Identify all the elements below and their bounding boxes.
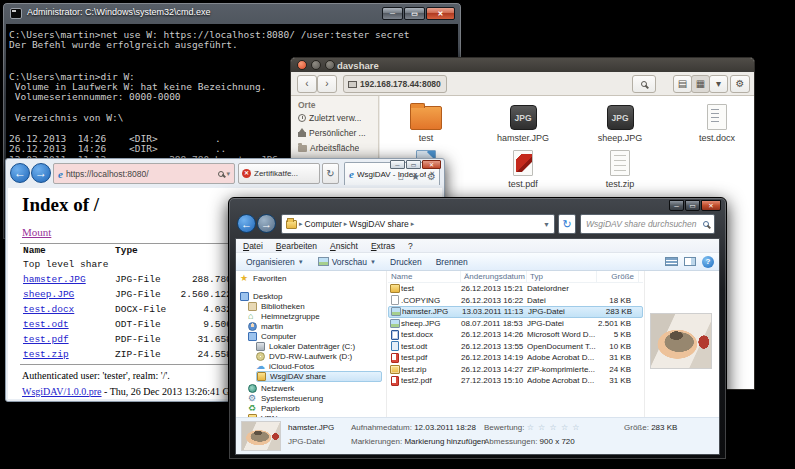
file-item-test-pdf[interactable]: test.pdf — [477, 148, 569, 189]
wsgidav-version-link[interactable]: WsgiDAV/1.0.0.pre — [22, 386, 102, 397]
file-row-copying[interactable]: .COPYING26.12.2013 16:22Datei18 KB — [388, 295, 643, 307]
search-icon[interactable] — [218, 171, 224, 177]
back-button[interactable]: ‹ — [297, 75, 317, 93]
maximize-button[interactable] — [325, 60, 335, 70]
file-link[interactable]: hamster.JPG — [23, 274, 86, 285]
footer-timestamp: - Thu, 26 Dec 2013 13:26:41 GMT — [102, 386, 245, 397]
explorer-client-area: Datei Bearbeiten Ansicht Extras ? Organi… — [235, 238, 720, 455]
ie-favicon: e — [58, 168, 63, 180]
search-button[interactable] — [632, 75, 656, 93]
list-header: Name Änderungsdatum Typ Größe — [388, 271, 643, 283]
minimize-button[interactable]: ─ — [669, 200, 684, 211]
preview-button[interactable]: Vorschau▼ — [313, 256, 381, 268]
sidebar-item-recent[interactable]: Zuletzt verw... — [298, 113, 361, 123]
gear-menu-button[interactable]: ⚙ — [730, 75, 750, 93]
column-header-size[interactable]: Größe — [597, 271, 639, 283]
file-item-test-folder[interactable]: test — [380, 102, 472, 143]
forward-button[interactable]: → — [257, 214, 276, 233]
file-link[interactable]: test.pdf — [23, 334, 69, 345]
back-button[interactable]: ← — [10, 163, 30, 183]
file-row-test-odt[interactable]: test.odt26.12.2013 13:55OpenDocument T..… — [388, 341, 643, 353]
close-button[interactable]: ✕ — [701, 200, 721, 211]
details-tags[interactable]: Markierungen: Markierung hinzufügen — [351, 437, 486, 446]
file-item-hamster-jpg[interactable]: JPG hamster.JPG — [477, 102, 569, 143]
tree-item-wsgidav-share[interactable]: WsgiDAV share — [256, 371, 382, 382]
grid-view-button[interactable]: ▦ — [691, 75, 710, 93]
minimize-button[interactable]: ─ — [390, 160, 405, 169]
close-button[interactable]: ✕ — [422, 160, 441, 169]
minimize-button[interactable] — [311, 60, 321, 70]
location-bar[interactable]: 192.168.178.44:8080 — [343, 75, 447, 93]
refresh-button[interactable]: ↻ — [322, 163, 339, 184]
address-dropdown-icon[interactable]: ▼ — [543, 221, 550, 228]
favorites-star-icon[interactable]: ★ — [411, 171, 420, 182]
sidebar-item-home[interactable]: Persönlicher ... — [298, 128, 366, 138]
menu-bearbeiten[interactable]: Bearbeiten — [276, 241, 317, 252]
mount-link[interactable]: Mount — [22, 226, 51, 238]
search-box[interactable]: WsgiDAV share durchsuchen — [580, 214, 715, 234]
details-rating[interactable]: Bewertung: ☆ ☆ ☆ ☆ ☆ — [484, 423, 580, 432]
view-options-button[interactable]: ▾ — [709, 75, 728, 93]
file-item-test-zip[interactable]: test.zip — [574, 148, 666, 189]
file-link[interactable]: test.zip — [23, 349, 69, 360]
zip-file-icon — [390, 365, 400, 374]
hamster-photo-preview[interactable] — [650, 313, 712, 369]
chevron-down-icon[interactable]: ▾ — [226, 170, 230, 178]
close-button[interactable] — [297, 60, 307, 70]
sidebar-item-desktop[interactable]: Arbeitsfläche — [298, 143, 359, 153]
breadcrumb[interactable]: ▸ Computer ▸ WsgiDAV share ▸ ▼ — [281, 214, 555, 234]
file-row-test-zip[interactable]: test.zip26.12.2013 14:27ZIP-komprimierte… — [388, 364, 643, 376]
help-icon[interactable]: ? — [702, 256, 714, 268]
file-link[interactable]: test.docx — [23, 304, 74, 315]
burn-button[interactable]: Brennen — [431, 256, 473, 268]
forward-button[interactable]: › — [317, 75, 337, 93]
details-pane: hamster.JPG JPG-Datei Aufnahmedatum: 12.… — [236, 417, 719, 454]
menu-help[interactable]: ? — [408, 241, 413, 252]
change-view-icon[interactable] — [665, 257, 678, 266]
organize-button[interactable]: Organisieren▼ — [241, 256, 309, 268]
forward-button[interactable]: → — [31, 163, 51, 183]
cmd-titlebar[interactable]: Administrator: C:\Windows\system32\cmd.e… — [3, 3, 461, 24]
file-row-sheep-jpg[interactable]: sheep.JPG08.07.2011 18:53JPG-Datei2.501 … — [388, 318, 643, 330]
tree-item-favoriten[interactable]: ★Favoriten — [240, 273, 286, 284]
column-header-name[interactable]: Name — [388, 271, 461, 283]
computer-icon — [248, 332, 257, 341]
menu-extras[interactable]: Extras — [371, 241, 395, 252]
file-row-test2-pdf[interactable]: test2.pdf27.12.2013 15:10Adobe Acrobat D… — [388, 375, 643, 387]
file-link[interactable]: test.odt — [23, 319, 69, 330]
settings-gear-icon[interactable]: ⚙ — [427, 171, 436, 182]
file-row-hamster-jpg-selected[interactable]: hamster.JPG13.03.2011 11:13JPG-Datei283 … — [388, 306, 643, 318]
file-row-test[interactable]: test26.12.2013 15:21Dateiordner — [388, 283, 643, 295]
back-button[interactable]: ← — [237, 214, 256, 233]
refresh-button[interactable]: ↻ — [558, 214, 576, 234]
breadcrumb-computer[interactable]: Computer — [305, 219, 342, 229]
home-icon[interactable]: ⌂ — [398, 171, 404, 182]
print-button[interactable]: Drucken — [385, 256, 427, 268]
folder-icon — [390, 284, 400, 293]
maximize-button[interactable]: ▭ — [685, 200, 700, 211]
file-item-sheep-jpg[interactable]: JPG sheep.JPG — [574, 102, 666, 143]
file-item-test-docx[interactable]: test.docx — [671, 102, 763, 143]
file-link[interactable]: sheep.JPG — [23, 289, 74, 300]
file-row-test-docx[interactable]: test.docx26.12.2013 14:26Microsoft Word … — [388, 329, 643, 341]
address-bar[interactable]: e https://localhost:8080/ ▾ — [53, 163, 235, 184]
nautilus-titlebar[interactable]: davshare — [291, 58, 754, 72]
maximize-button[interactable]: ▭ — [404, 7, 425, 20]
search-input[interactable]: WsgiDAV share durchsuchen — [586, 219, 703, 229]
certificate-error-button[interactable]: ✕ Zertifikatfe... — [238, 163, 320, 184]
certificate-error-icon: ✕ — [242, 169, 251, 178]
close-button[interactable]: ✕ — [426, 7, 455, 20]
file-row-test-pdf[interactable]: test.pdf26.12.2013 14:19Adobe Acrobat D.… — [388, 352, 643, 364]
menu-ansicht[interactable]: Ansicht — [330, 241, 358, 252]
preview-pane-icon[interactable] — [684, 257, 696, 266]
minimize-button[interactable]: ─ — [382, 7, 403, 20]
explorer-window: ─ ▭ ✕ ← → ▸ Computer ▸ WsgiDAV share ▸ ▼… — [228, 197, 727, 460]
preview-pane — [644, 271, 719, 417]
column-header-date[interactable]: Änderungsdatum — [461, 271, 527, 283]
column-header-type[interactable]: Typ — [527, 271, 597, 283]
maximize-button[interactable]: ▭ — [406, 160, 421, 169]
list-view-button[interactable]: ▤ — [673, 75, 692, 93]
desktop-icon — [240, 292, 249, 301]
breadcrumb-wsgidav-share[interactable]: WsgiDAV share — [349, 219, 408, 229]
menu-datei[interactable]: Datei — [243, 241, 263, 252]
